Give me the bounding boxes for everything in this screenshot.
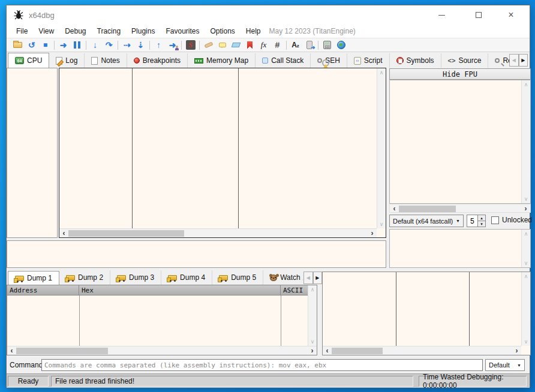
menu-favourites[interactable]: Favourites: [160, 25, 205, 38]
scroll-down-icon[interactable]: ∨: [524, 339, 528, 345]
arguments-vertical-scrollbar[interactable]: ∧∨: [521, 230, 530, 267]
dump-vertical-scrollbar[interactable]: ∧∨: [308, 285, 317, 346]
patches-button[interactable]: [202, 39, 215, 51]
hide-fpu-button[interactable]: Hide FPU: [389, 68, 531, 80]
tab-scroll-left-button[interactable]: ◀: [509, 54, 519, 67]
tab-scroll-right-button[interactable]: ▶: [313, 272, 323, 284]
scrollbar-thumb[interactable]: [399, 206, 456, 212]
scroll-up-icon[interactable]: ∧: [524, 273, 528, 279]
tab-dump-4[interactable]: Dump 4: [161, 270, 212, 285]
menu-view[interactable]: View: [33, 25, 59, 38]
command-input[interactable]: [41, 359, 483, 371]
menu-plugins[interactable]: Plugins: [126, 25, 160, 38]
info-box[interactable]: [7, 240, 386, 268]
calling-convention-select[interactable]: Default (x64 fastcall) ▼: [389, 215, 464, 227]
menu-debug[interactable]: Debug: [59, 25, 91, 38]
unlocked-checkbox-group[interactable]: Unlocked: [491, 216, 532, 224]
scroll-down-icon[interactable]: ∨: [524, 260, 528, 266]
stepper-down-icon[interactable]: ▼: [478, 221, 485, 227]
minimize-button[interactable]: [428, 5, 455, 25]
run-to-user-code-button[interactable]: ➜: [166, 39, 179, 51]
scroll-up-icon[interactable]: ∧: [524, 231, 528, 237]
menu-options[interactable]: Options: [205, 25, 240, 38]
scroll-right-icon[interactable]: ›: [513, 346, 521, 355]
scroll-up-icon[interactable]: ∧: [311, 287, 315, 293]
scroll-left-icon[interactable]: ‹: [323, 346, 331, 355]
labels-button[interactable]: [229, 39, 243, 51]
tab-dump-3[interactable]: Dump 3: [110, 270, 161, 285]
run-button[interactable]: ➜: [56, 39, 70, 51]
scroll-down-icon[interactable]: ∨: [524, 196, 528, 202]
column-header-hex[interactable]: Hex: [79, 285, 281, 295]
bookmarks-button[interactable]: [243, 39, 257, 51]
scroll-left-icon[interactable]: ‹: [60, 229, 68, 237]
menu-tracing[interactable]: Tracing: [92, 25, 127, 38]
scroll-up-icon[interactable]: ∧: [524, 82, 528, 88]
tab-log[interactable]: Log: [49, 53, 85, 68]
case-button[interactable]: Az: [288, 39, 302, 51]
command-mode-select[interactable]: Default ▼: [485, 359, 525, 371]
execute-till-return-button[interactable]: ↑: [152, 39, 166, 51]
comments-button[interactable]: [215, 39, 229, 51]
step-over-button[interactable]: ↷: [102, 39, 116, 51]
disassembly-vertical-scrollbar[interactable]: ∧∨: [377, 68, 386, 228]
scroll-left-icon[interactable]: ‹: [390, 204, 398, 213]
registers-view[interactable]: ∧∨: [389, 80, 531, 204]
dump-horizontal-scrollbar[interactable]: ‹ ›: [7, 346, 317, 355]
stack-vertical-scrollbar[interactable]: ∧∨: [521, 272, 530, 346]
tab-source[interactable]: <>Source: [441, 53, 489, 68]
pause-button[interactable]: [70, 39, 84, 51]
column-separator[interactable]: [238, 68, 239, 228]
stepper-buttons[interactable]: ▲▼: [477, 215, 485, 227]
tab-seh[interactable]: SEH: [311, 53, 347, 68]
scrollbar-thumb[interactable]: [332, 348, 383, 354]
column-separator[interactable]: [396, 272, 396, 346]
scroll-right-icon[interactable]: ›: [522, 204, 530, 213]
tab-watch-1[interactable]: Watch 1: [263, 270, 303, 285]
registers-vertical-scrollbar[interactable]: ∧∨: [521, 80, 530, 203]
open-file-button[interactable]: [11, 39, 25, 51]
tab-breakpoints[interactable]: Breakpoints: [127, 53, 188, 68]
tab-dump-1[interactable]: Dump 1: [8, 271, 59, 285]
settings-button[interactable]: S: [184, 39, 197, 51]
stop-button[interactable]: ■: [38, 39, 52, 51]
scroll-down-icon[interactable]: ∨: [311, 339, 315, 345]
scroll-right-icon[interactable]: ›: [368, 229, 376, 237]
scroll-right-icon[interactable]: ›: [308, 346, 316, 355]
column-header-ascii[interactable]: ASCII: [281, 285, 308, 295]
stepper-up-icon[interactable]: ▲: [478, 215, 485, 221]
tab-scroll-left-button[interactable]: ◀: [303, 272, 313, 284]
unlocked-checkbox[interactable]: [491, 216, 499, 224]
tab-notes[interactable]: Notes: [85, 53, 127, 68]
tab-symbols[interactable]: Symbols: [390, 53, 441, 68]
tab-dump-5[interactable]: Dump 5: [212, 270, 263, 285]
functions-button[interactable]: fx: [257, 39, 270, 51]
tab-cpu[interactable]: CPU: [8, 53, 49, 68]
arguments-view[interactable]: ∧∨: [389, 229, 531, 268]
donate-button[interactable]: [334, 39, 348, 51]
argument-count-stepper[interactable]: 5 ▲▼: [467, 215, 486, 227]
scroll-down-icon[interactable]: ∨: [380, 221, 384, 227]
step-into-button[interactable]: ↓: [88, 39, 102, 51]
column-separator[interactable]: [132, 68, 133, 228]
disassembly-view[interactable]: ∧∨ ‹ ›: [59, 68, 386, 238]
close-button[interactable]: ×: [497, 5, 525, 25]
scroll-up-icon[interactable]: ∧: [380, 70, 384, 76]
calculator-button[interactable]: [320, 39, 334, 51]
scrollbar-thumb[interactable]: [16, 348, 108, 354]
dump-table[interactable]: Address Hex ASCII ∧∨ ‹ ›: [7, 285, 317, 355]
struct-button[interactable]: #: [270, 39, 284, 51]
column-separator[interactable]: [469, 272, 470, 346]
cpu-sidebar-panel[interactable]: [7, 68, 58, 238]
scrollbar-thumb[interactable]: [68, 230, 184, 237]
tab-script[interactable]: Script: [347, 53, 390, 68]
disassembly-horizontal-scrollbar[interactable]: ‹ ›: [59, 228, 377, 237]
trace-over-button[interactable]: ⇣: [134, 39, 148, 51]
menu-file[interactable]: File: [11, 25, 33, 38]
menu-help[interactable]: Help: [241, 25, 266, 38]
maximize-button[interactable]: [465, 5, 492, 25]
tab-scroll-right-button[interactable]: ▶: [519, 54, 528, 67]
registers-horizontal-scrollbar[interactable]: ‹ ›: [389, 204, 531, 213]
tab-call-stack[interactable]: Call Stack: [256, 53, 311, 68]
restart-button[interactable]: ↺: [25, 39, 38, 51]
